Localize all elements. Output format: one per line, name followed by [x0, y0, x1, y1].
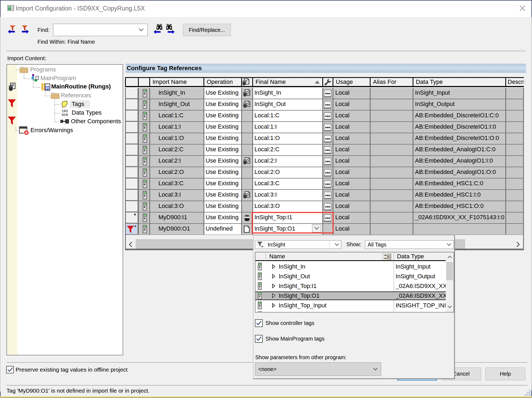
svg-text:010: 010: [62, 113, 68, 117]
svg-text:1: 1: [46, 86, 48, 90]
svg-text:101: 101: [62, 109, 68, 113]
